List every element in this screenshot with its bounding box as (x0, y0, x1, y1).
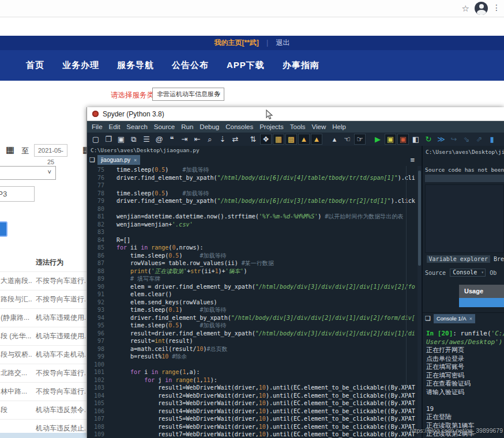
console-tab-close-icon[interactable]: × (469, 316, 472, 322)
unindent-icon[interactable]: ⇤ (191, 134, 203, 145)
menu-run[interactable]: Run (181, 123, 193, 130)
right-pane-tabs: Variable explorer Bre (423, 255, 504, 263)
spyder-titlebar[interactable]: Spyder (Python 3.8) (87, 107, 504, 121)
nav-item-服务导航[interactable]: 服务导航 (117, 60, 154, 71)
line-number: 82 (87, 221, 109, 229)
line-number: 85 (87, 244, 109, 252)
run-cell-icon[interactable]: ▦ (273, 134, 284, 145)
console-line: 正在打开网页 (426, 346, 504, 355)
profile-avatar[interactable] (475, 2, 488, 15)
scroll-up-icon[interactable]: ▴ (329, 134, 340, 145)
previous-cursor-position-icon[interactable]: ☜ (341, 134, 353, 145)
bookmark-star-icon[interactable]: ☆ (462, 3, 469, 14)
help-object-input[interactable] (425, 175, 504, 182)
run-cell-yellow-icon[interactable]: ▣ (385, 134, 396, 145)
debug-step-out-icon[interactable]: ⇗ (473, 134, 485, 145)
code-line: 107 result5=WebDriverWait(driver,10).unt… (87, 415, 422, 423)
my-homepage-link[interactable]: 我的主页[**武] (214, 39, 258, 47)
re-run-cell-icon[interactable]: ▲ (311, 134, 322, 145)
table-row[interactable]: 路段与汇...不按导向车道行... (0, 290, 86, 308)
table-row[interactable]: 段 (光华...机动车违规使用... (0, 327, 86, 345)
run-selection-up-icon[interactable]: ▲ (298, 134, 310, 145)
find-next-icon[interactable]: ⇣ (217, 134, 228, 145)
menu-projects[interactable]: Projects (259, 123, 284, 130)
menu-tools[interactable]: Tools (290, 123, 306, 130)
console-line: 正在填写账号 (426, 363, 504, 372)
menu-search[interactable]: Search (126, 123, 147, 130)
nav-item-公告公布[interactable]: 公告公布 (172, 60, 209, 71)
replace-text-icon[interactable]: ⇄ (230, 134, 241, 145)
table-row[interactable]: (静康路...机动车违规使用... (0, 308, 86, 327)
menu-view[interactable]: View (312, 123, 326, 130)
line-number: 86 (87, 252, 109, 260)
line-number: 103 (87, 384, 109, 392)
menu-edit[interactable]: Edit (109, 123, 121, 130)
find-in-files-icon[interactable]: ❖ (260, 134, 272, 145)
table-row[interactable]: 林中路...不按导向车道行... (0, 382, 86, 401)
debug-step-in-icon[interactable]: ⇘ (461, 134, 472, 145)
nav-item-办事指南[interactable]: 办事指南 (283, 60, 319, 71)
open-file-icon[interactable]: ❐ (103, 134, 114, 145)
menu-consoles[interactable]: Consoles (225, 123, 253, 130)
browser-menu-icon[interactable]: ⋮ (492, 3, 501, 12)
sort-lines-icon[interactable]: ⇅ (247, 134, 259, 145)
tab-variable-explorer[interactable]: Variable explorer (427, 255, 490, 263)
date-picker-icon[interactable]: ▦ (6, 145, 14, 154)
debug-continue-icon[interactable]: ≫ (435, 134, 447, 145)
save-file-icon[interactable]: ▣ (115, 134, 127, 145)
query-button[interactable] (0, 221, 7, 237)
help-source-combo[interactable]: Console ▾ (450, 269, 486, 277)
editor-tab-jiaoguan[interactable]: jiaoguan.py × (97, 155, 140, 165)
filter-select[interactable]: ˅ (0, 166, 56, 180)
table-row[interactable]: 大道南段...不按导向车道行... (0, 271, 86, 290)
tab-close-icon[interactable]: × (134, 157, 137, 163)
re-run-file-icon[interactable]: ↻ (423, 134, 434, 145)
editor-scrollbar[interactable] (418, 166, 422, 438)
symbol-finder-icon[interactable]: @ (153, 134, 165, 145)
code-line: 82wenjian=wenjian+'.csv' (87, 221, 422, 229)
nav-item-业务办理[interactable]: 业务办理 (62, 60, 99, 71)
menu-file[interactable]: File (92, 123, 103, 130)
violation-cell: 不按导向车道行... (32, 294, 85, 304)
run-selection-icon[interactable]: ◧ (410, 134, 422, 145)
end-date-input[interactable]: 2021-05-25 (34, 144, 67, 157)
next-cursor-position-icon[interactable]: ☞ (354, 134, 366, 145)
plate-number-input[interactable]: 3P3 (0, 186, 35, 202)
scrollbar-thumb[interactable] (418, 171, 421, 266)
run-file-icon[interactable]: ▶ (372, 134, 383, 145)
save-all-icon[interactable]: ⧉ (128, 134, 140, 145)
debug-cell-icon[interactable]: ▣ (397, 134, 409, 145)
run-cell-advance-icon[interactable]: ▩ (285, 134, 297, 145)
console-tab[interactable]: Console 1/A × (434, 314, 475, 323)
ipython-console[interactable]: In [20]: runfile('C:/UsUsers/awes/Deskto… (423, 325, 504, 438)
menu-source[interactable]: Source (154, 123, 175, 130)
service-type-select[interactable]: 非营运机动车信息服务 ˅ (152, 88, 224, 101)
debug-stop-icon[interactable]: ▮ (486, 134, 498, 145)
violation-cell: 机动车违反禁止... (32, 424, 85, 433)
indent-icon[interactable]: ⇥ (179, 134, 190, 145)
nav-item-APP下载[interactable]: APP下载 (227, 60, 265, 71)
table-row[interactable]: 段机动车违反禁令... (0, 401, 86, 419)
table-row[interactable]: 段与双桥...机动车不走机动... (0, 345, 86, 364)
menu-debug[interactable]: Debug (200, 123, 219, 130)
violation-table: 大道南段...不按导向车道行...路段与汇...不按导向车道行...(静康路..… (0, 271, 86, 437)
editor-file-path: C:\Users\aves\Desktop\jiaoguan.py (87, 146, 422, 154)
console-browse-icon[interactable]: ❏ (425, 315, 431, 322)
file-switcher-icon[interactable]: ☰ (141, 134, 152, 145)
comment-toggle-icon[interactable]: ❝ (166, 134, 178, 145)
tab-breakpoints[interactable]: Bre (494, 256, 504, 262)
nav-item-首页[interactable]: 首页 (26, 60, 44, 71)
debug-step-icon[interactable]: ↪ (448, 134, 460, 145)
new-file-icon[interactable]: ▢ (90, 134, 101, 145)
browse-tabs-icon[interactable]: ❏ (89, 156, 95, 164)
logout-link[interactable]: 退出 (276, 39, 290, 47)
code-editor[interactable]: 75time.sleep(0.5) #加载等待76driver.find_ele… (87, 166, 422, 438)
help-source-path: C:\Users\aves\Desktop\ji (426, 149, 504, 155)
table-row[interactable]: 北路交...不按导向车道行... (0, 364, 86, 382)
line-text: time.sleep(0.5) #加载等待 (116, 190, 209, 197)
line-text: a=math.ceil(result/10)#总页数 (116, 346, 228, 352)
menu-help[interactable]: Help (332, 123, 346, 130)
code-line: 95 time.sleep(0.5) #加载等待 (87, 322, 422, 330)
editor-options-icon[interactable]: ≡ (410, 156, 415, 164)
find-text-icon[interactable]: ⌕ (204, 134, 216, 145)
